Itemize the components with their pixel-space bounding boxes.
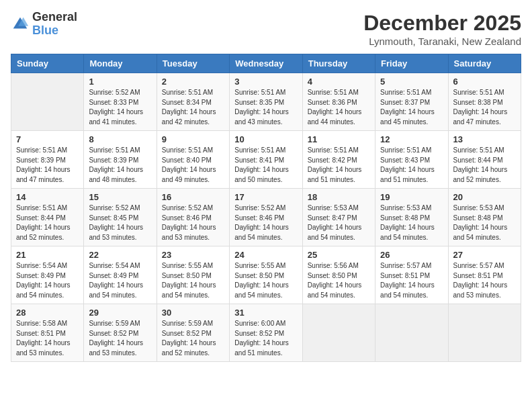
sunset: Sunset: 8:49 PM: [16, 272, 66, 279]
day-number: 31: [234, 308, 297, 318]
sunset: Sunset: 8:49 PM: [89, 272, 138, 279]
daylight: Daylight: 14 hours and 45 minutes.: [380, 108, 435, 126]
sunrise: Sunrise: 5:59 AM: [162, 320, 213, 327]
calendar-week-3: 14 Sunrise: 5:51 AM Sunset: 8:44 PM Dayl…: [11, 189, 521, 246]
sunset: Sunset: 8:50 PM: [162, 272, 212, 279]
daylight: Daylight: 14 hours and 42 minutes.: [162, 108, 216, 126]
weekday-header-saturday: Saturday: [448, 54, 521, 73]
sunset: Sunset: 8:40 PM: [162, 156, 212, 164]
location-title: Lynmouth, Taranaki, New Zealand: [363, 36, 521, 47]
day-info: Sunrise: 5:51 AM Sunset: 8:38 PM Dayligh…: [453, 88, 516, 127]
day-info: Sunrise: 5:51 AM Sunset: 8:36 PM Dayligh…: [308, 88, 370, 127]
sunrise: Sunrise: 5:54 AM: [89, 262, 140, 269]
day-info: Sunrise: 5:57 AM Sunset: 8:51 PM Dayligh…: [380, 261, 443, 300]
daylight: Daylight: 14 hours and 54 minutes.: [16, 281, 71, 299]
daylight: Daylight: 14 hours and 47 minutes.: [16, 166, 71, 183]
daylight: Daylight: 14 hours and 44 minutes.: [308, 108, 362, 126]
calendar-cell: 10 Sunrise: 5:51 AM Sunset: 8:41 PM Dayl…: [230, 131, 302, 189]
sunset: Sunset: 8:51 PM: [380, 272, 430, 279]
sunrise: Sunrise: 5:57 AM: [380, 262, 431, 269]
weekday-header-thursday: Thursday: [302, 54, 375, 73]
day-number: 5: [380, 77, 443, 87]
day-number: 16: [162, 192, 224, 202]
daylight: Daylight: 14 hours and 54 minutes.: [308, 224, 362, 241]
month-title: December 2025: [363, 11, 521, 36]
day-number: 27: [453, 250, 516, 260]
calendar-cell: 1 Sunrise: 5:52 AM Sunset: 8:33 PM Dayli…: [84, 73, 157, 131]
daylight: Daylight: 14 hours and 54 minutes.: [234, 281, 289, 299]
title-section: December 2025 Lynmouth, Taranaki, New Ze…: [363, 11, 521, 47]
sunrise: Sunrise: 6:00 AM: [234, 320, 285, 327]
daylight: Daylight: 14 hours and 54 minutes.: [380, 224, 435, 241]
calendar-cell: 17 Sunrise: 5:52 AM Sunset: 8:46 PM Dayl…: [230, 189, 302, 246]
sunrise: Sunrise: 5:59 AM: [89, 320, 140, 327]
sunrise: Sunrise: 5:51 AM: [89, 146, 140, 154]
calendar-cell: 4 Sunrise: 5:51 AM Sunset: 8:36 PM Dayli…: [302, 73, 375, 131]
daylight: Daylight: 14 hours and 53 minutes.: [89, 224, 143, 241]
sunrise: Sunrise: 5:52 AM: [234, 204, 285, 212]
day-info: Sunrise: 5:51 AM Sunset: 8:39 PM Dayligh…: [89, 146, 151, 185]
day-info: Sunrise: 5:51 AM Sunset: 8:40 PM Dayligh…: [162, 146, 224, 185]
day-info: Sunrise: 5:51 AM Sunset: 8:43 PM Dayligh…: [380, 146, 443, 185]
day-info: Sunrise: 5:52 AM Sunset: 8:33 PM Dayligh…: [89, 88, 151, 127]
day-info: Sunrise: 5:59 AM Sunset: 8:52 PM Dayligh…: [162, 319, 224, 358]
calendar-cell: 20 Sunrise: 5:53 AM Sunset: 8:48 PM Dayl…: [448, 189, 521, 246]
daylight: Daylight: 14 hours and 48 minutes.: [89, 166, 143, 183]
day-info: Sunrise: 5:51 AM Sunset: 8:42 PM Dayligh…: [308, 146, 370, 185]
sunrise: Sunrise: 5:54 AM: [16, 262, 67, 269]
sunset: Sunset: 8:44 PM: [453, 156, 503, 164]
day-info: Sunrise: 5:53 AM Sunset: 8:48 PM Dayligh…: [453, 203, 516, 242]
daylight: Daylight: 14 hours and 51 minutes.: [380, 166, 435, 183]
sunset: Sunset: 8:42 PM: [308, 156, 357, 164]
day-number: 22: [89, 250, 151, 260]
daylight: Daylight: 14 hours and 54 minutes.: [89, 281, 143, 299]
day-number: 11: [308, 134, 370, 144]
sunrise: Sunrise: 5:51 AM: [234, 146, 285, 154]
sunset: Sunset: 8:52 PM: [89, 330, 138, 337]
calendar-cell: 25 Sunrise: 5:56 AM Sunset: 8:50 PM Dayl…: [302, 246, 375, 304]
calendar-week-4: 21 Sunrise: 5:54 AM Sunset: 8:49 PM Dayl…: [11, 246, 521, 304]
day-number: 25: [308, 250, 370, 260]
daylight: Daylight: 14 hours and 51 minutes.: [234, 339, 289, 357]
sunset: Sunset: 8:46 PM: [234, 214, 284, 222]
daylight: Daylight: 14 hours and 49 minutes.: [162, 166, 216, 183]
day-number: 19: [380, 192, 443, 202]
sunset: Sunset: 8:35 PM: [234, 99, 284, 106]
day-number: 20: [453, 192, 516, 202]
sunset: Sunset: 8:52 PM: [234, 330, 284, 337]
calendar: SundayMondayTuesdayWednesdayThursdayFrid…: [11, 54, 521, 362]
day-number: 4: [308, 77, 370, 87]
sunrise: Sunrise: 5:51 AM: [453, 146, 504, 154]
day-number: 28: [16, 308, 79, 318]
sunset: Sunset: 8:48 PM: [380, 214, 430, 222]
day-number: 15: [89, 192, 151, 202]
day-info: Sunrise: 5:54 AM Sunset: 8:49 PM Dayligh…: [16, 261, 79, 300]
calendar-cell: 13 Sunrise: 5:51 AM Sunset: 8:44 PM Dayl…: [448, 131, 521, 189]
calendar-cell: 29 Sunrise: 5:59 AM Sunset: 8:52 PM Dayl…: [84, 304, 157, 362]
sunrise: Sunrise: 5:53 AM: [453, 204, 504, 212]
sunset: Sunset: 8:51 PM: [453, 272, 503, 279]
calendar-cell: 7 Sunrise: 5:51 AM Sunset: 8:39 PM Dayli…: [11, 131, 84, 189]
day-number: 13: [453, 134, 516, 144]
sunset: Sunset: 8:46 PM: [162, 214, 212, 222]
calendar-cell: [448, 304, 521, 362]
day-info: Sunrise: 6:00 AM Sunset: 8:52 PM Dayligh…: [234, 319, 297, 358]
daylight: Daylight: 14 hours and 54 minutes.: [162, 281, 216, 299]
sunset: Sunset: 8:52 PM: [162, 330, 212, 337]
sunset: Sunset: 8:50 PM: [234, 272, 284, 279]
calendar-cell: 12 Sunrise: 5:51 AM Sunset: 8:43 PM Dayl…: [375, 131, 448, 189]
calendar-cell: [11, 73, 84, 131]
day-number: 14: [16, 192, 79, 202]
sunrise: Sunrise: 5:55 AM: [162, 262, 213, 269]
calendar-week-5: 28 Sunrise: 5:58 AM Sunset: 8:51 PM Dayl…: [11, 304, 521, 362]
sunrise: Sunrise: 5:51 AM: [308, 89, 359, 96]
day-number: 17: [234, 192, 297, 202]
calendar-cell: 23 Sunrise: 5:55 AM Sunset: 8:50 PM Dayl…: [157, 246, 229, 304]
logo: General Blue: [11, 11, 77, 38]
day-number: 26: [380, 250, 443, 260]
sunset: Sunset: 8:50 PM: [308, 272, 357, 279]
day-info: Sunrise: 5:53 AM Sunset: 8:47 PM Dayligh…: [308, 203, 370, 242]
sunset: Sunset: 8:39 PM: [89, 156, 138, 164]
day-info: Sunrise: 5:58 AM Sunset: 8:51 PM Dayligh…: [16, 319, 79, 358]
calendar-cell: 21 Sunrise: 5:54 AM Sunset: 8:49 PM Dayl…: [11, 246, 84, 304]
